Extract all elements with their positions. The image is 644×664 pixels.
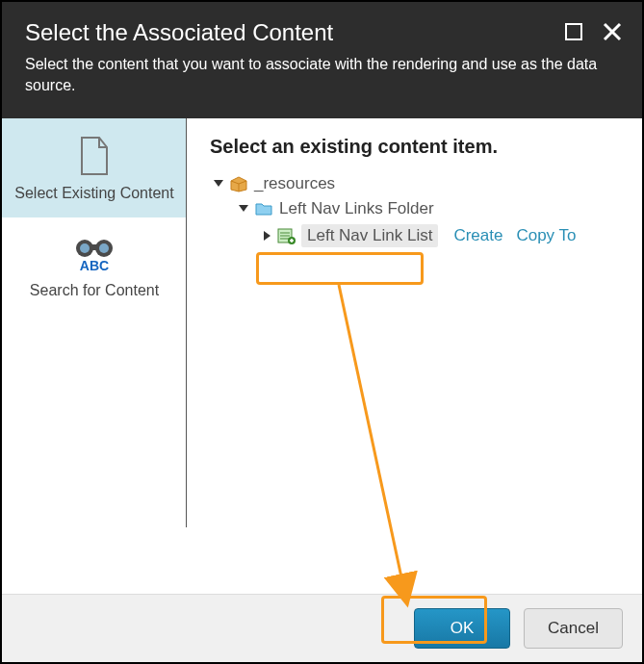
sidebar-tab-label: Search for Content xyxy=(13,281,175,301)
svg-point-5 xyxy=(80,243,90,253)
sidebar-tab-label: Select Existing Content xyxy=(13,184,175,204)
close-icon[interactable] xyxy=(602,21,623,42)
sidebar-tab-search[interactable]: ABC Search for Content xyxy=(2,217,187,315)
main-title: Select an existing content item. xyxy=(210,136,619,158)
dialog-subtitle: Select the content that you want to asso… xyxy=(25,54,619,97)
tree-label-selected: Left Nav Link List xyxy=(301,224,438,247)
document-icon xyxy=(13,136,175,176)
dialog-title: Select the Associated Content xyxy=(25,19,619,46)
copyto-link[interactable]: Copy To xyxy=(516,226,576,245)
binoculars-abc-icon: ABC xyxy=(13,235,175,273)
tree-actions: Create Copy To xyxy=(453,226,576,245)
caret-down-icon[interactable] xyxy=(214,180,223,187)
svg-rect-0 xyxy=(566,24,581,39)
dialog-footer: OK Cancel xyxy=(2,594,642,662)
main-panel: Select an existing content item. _resour… xyxy=(187,118,642,566)
dialog-header: Select the Associated Content Select the… xyxy=(2,2,642,118)
maximize-icon[interactable] xyxy=(563,21,584,42)
header-controls xyxy=(563,21,623,42)
ok-button[interactable]: OK xyxy=(414,608,510,649)
folder-icon xyxy=(254,200,273,217)
tree-node-linklist[interactable]: Left Nav Link List Create Copy To xyxy=(210,221,619,250)
tree-node-resources[interactable]: _resources xyxy=(210,171,619,196)
sidebar: Select Existing Content ABC Search for C… xyxy=(2,118,187,566)
caret-right-icon[interactable] xyxy=(264,231,270,241)
svg-text:ABC: ABC xyxy=(80,258,109,273)
box-icon xyxy=(229,175,248,192)
create-link[interactable]: Create xyxy=(453,226,502,245)
sidebar-tab-select-existing[interactable]: Select Existing Content xyxy=(2,118,187,217)
tree-label: _resources xyxy=(254,174,335,193)
content-tree: _resources Left Nav Links Folder xyxy=(210,171,619,250)
caret-down-icon[interactable] xyxy=(239,205,248,212)
cancel-button[interactable]: Cancel xyxy=(524,608,623,649)
svg-point-6 xyxy=(99,243,109,253)
dialog-body: Select Existing Content ABC Search for C… xyxy=(2,118,642,566)
list-add-icon xyxy=(276,227,296,244)
tree-node-folder[interactable]: Left Nav Links Folder xyxy=(210,196,619,221)
tree-label: Left Nav Links Folder xyxy=(279,199,434,218)
svg-rect-7 xyxy=(90,244,98,250)
